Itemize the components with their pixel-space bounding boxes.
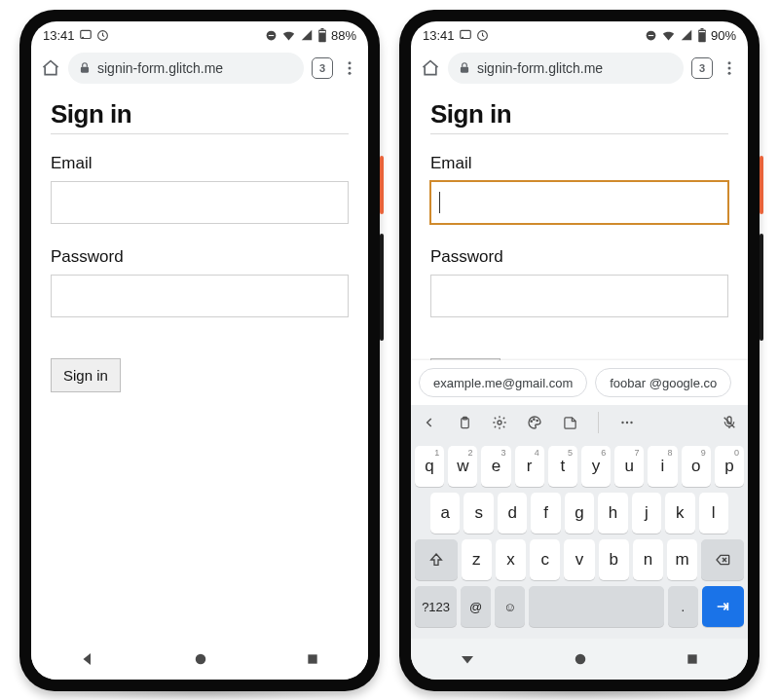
- email-label: Email: [430, 154, 728, 173]
- autofill-chip[interactable]: example.me@gmail.com: [419, 368, 587, 397]
- key-c[interactable]: c: [530, 539, 560, 580]
- key-e[interactable]: e3: [481, 446, 510, 487]
- at-key[interactable]: @: [461, 586, 491, 627]
- period-key[interactable]: .: [668, 586, 698, 627]
- autofill-suggestions: example.me@gmail.com foobar @google.co: [411, 360, 748, 405]
- key-n[interactable]: n: [633, 539, 663, 580]
- svg-point-1: [82, 37, 83, 38]
- phone-left: 13:41: [19, 10, 380, 691]
- volume-button[interactable]: [380, 234, 384, 341]
- email-field[interactable]: [51, 181, 349, 224]
- key-v[interactable]: v: [564, 539, 594, 580]
- home-icon[interactable]: [421, 58, 440, 78]
- home-nav-icon[interactable]: [192, 650, 209, 668]
- mic-off-icon[interactable]: [721, 414, 738, 431]
- more-icon[interactable]: [341, 59, 358, 77]
- svg-rect-4: [269, 34, 274, 35]
- password-label: Password: [51, 247, 349, 267]
- key-a[interactable]: a: [430, 493, 460, 534]
- clipboard-icon[interactable]: [456, 414, 473, 431]
- sticker-icon[interactable]: [561, 414, 578, 431]
- text-caret: [439, 192, 440, 213]
- shift-key[interactable]: [415, 539, 458, 580]
- browser-toolbar: signin-form.glitch.me 3: [31, 49, 368, 92]
- home-icon[interactable]: [41, 58, 60, 78]
- recents-icon[interactable]: [305, 651, 320, 667]
- key-x[interactable]: x: [496, 539, 526, 580]
- password-field[interactable]: [430, 275, 728, 317]
- svg-point-28: [498, 421, 501, 424]
- home-nav-icon[interactable]: [572, 650, 589, 668]
- omnibox[interactable]: signin-form.glitch.me: [68, 53, 304, 84]
- svg-rect-22: [461, 67, 468, 73]
- more-icon[interactable]: [721, 59, 738, 77]
- dnd-icon: [645, 29, 657, 42]
- key-h[interactable]: h: [598, 493, 627, 534]
- status-bar: 13:41: [31, 21, 368, 49]
- divider: [430, 133, 728, 134]
- svg-point-9: [349, 61, 352, 64]
- space-key[interactable]: [529, 586, 664, 627]
- ellipsis-icon[interactable]: [618, 414, 636, 431]
- separator: [598, 412, 599, 433]
- key-b[interactable]: b: [599, 539, 629, 580]
- svg-rect-6: [320, 28, 323, 30]
- recents-icon[interactable]: [685, 651, 700, 667]
- tab-count: 3: [319, 62, 325, 74]
- lock-icon: [458, 61, 471, 75]
- chevron-left-icon[interactable]: [421, 414, 438, 431]
- browser-toolbar: signin-form.glitch.me 3: [411, 49, 748, 92]
- svg-rect-8: [81, 67, 89, 73]
- key-g[interactable]: g: [565, 493, 594, 534]
- key-z[interactable]: z: [462, 539, 492, 580]
- emoji-key[interactable]: ☺: [495, 586, 525, 627]
- gear-icon[interactable]: [491, 414, 508, 431]
- wifi-icon: [661, 28, 676, 43]
- key-q[interactable]: q1: [415, 446, 444, 487]
- email-field[interactable]: [430, 181, 728, 224]
- svg-point-15: [462, 37, 463, 38]
- keyboard-container: example.me@gmail.com foobar @google.co q…: [411, 360, 748, 639]
- url-text: signin-form.glitch.me: [97, 60, 223, 76]
- key-p[interactable]: p0: [715, 446, 744, 487]
- key-s[interactable]: s: [464, 493, 493, 534]
- key-i[interactable]: i8: [648, 446, 677, 487]
- palette-icon[interactable]: [526, 414, 543, 431]
- divider: [51, 133, 349, 134]
- power-button[interactable]: [380, 156, 384, 214]
- symbols-key[interactable]: ?123: [415, 586, 457, 627]
- key-m[interactable]: m: [667, 539, 697, 580]
- backspace-key[interactable]: [701, 539, 744, 580]
- password-field[interactable]: [51, 275, 349, 317]
- omnibox[interactable]: signin-form.glitch.me: [448, 53, 684, 84]
- enter-key[interactable]: [702, 586, 744, 627]
- key-l[interactable]: l: [699, 493, 728, 534]
- cast-status-icon: [459, 28, 472, 42]
- key-y[interactable]: y6: [581, 446, 611, 487]
- key-t[interactable]: t5: [548, 446, 577, 487]
- signin-button[interactable]: Sign in: [51, 358, 121, 392]
- autofill-chip[interactable]: foobar @google.co: [595, 368, 731, 397]
- signal-icon: [680, 28, 693, 42]
- signal-icon: [300, 28, 314, 42]
- volume-button[interactable]: [760, 234, 763, 341]
- battery-percent: 88%: [331, 28, 356, 43]
- battery-percent: 90%: [711, 28, 736, 43]
- back-icon[interactable]: [459, 650, 476, 668]
- key-f[interactable]: f: [531, 493, 560, 534]
- tab-switcher[interactable]: 3: [312, 57, 333, 79]
- key-w[interactable]: w2: [448, 446, 477, 487]
- power-button[interactable]: [760, 156, 763, 214]
- key-r[interactable]: r4: [515, 446, 544, 487]
- key-k[interactable]: k: [665, 493, 694, 534]
- back-icon[interactable]: [79, 650, 96, 668]
- phone-right: 13:41: [399, 10, 760, 691]
- tab-switcher[interactable]: 3: [691, 57, 713, 79]
- password-label: Password: [430, 247, 728, 267]
- key-o[interactable]: o9: [682, 446, 711, 487]
- key-d[interactable]: d: [498, 493, 527, 534]
- page-content: Sign in Email Password Sign in: [31, 92, 368, 639]
- key-j[interactable]: j: [632, 493, 661, 534]
- key-u[interactable]: u7: [614, 446, 644, 487]
- svg-rect-13: [308, 654, 316, 663]
